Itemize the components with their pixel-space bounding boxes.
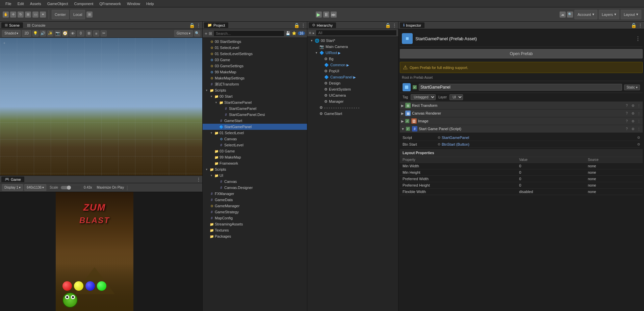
scale-slider[interactable] (61, 186, 81, 189)
hier-expand-icon[interactable]: ▼ (310, 39, 314, 42)
tree-expand-icon[interactable]: ▼ (209, 131, 213, 135)
canvas-renderer-header[interactable]: ▶ ▦ Canvas Renderer ? ⚙ ⋮ (400, 110, 643, 117)
project-item-MakeMapSettings[interactable]: ⚙ MakeMapSettings (203, 75, 307, 81)
tree-expand-icon[interactable]: ▼ (209, 94, 213, 98)
hier-item-9[interactable]: ⚙ UICamera (307, 92, 398, 98)
project-item-GameData[interactable]: # GameData (203, 197, 307, 203)
open-prefab-button[interactable]: Open Prefab (400, 49, 643, 58)
mode-2d-btn[interactable]: 2D (22, 30, 31, 37)
search-toolbar-icon[interactable]: 🔍 (567, 11, 573, 18)
scene-fx-icon[interactable]: ✨ (47, 30, 53, 37)
menu-edit[interactable]: Edit (15, 1, 27, 6)
hier-item-2[interactable]: ▼ 🔷 UIRoot▶ (307, 50, 398, 56)
scene-audio-icon[interactable]: 🔊 (40, 30, 46, 37)
script-settings-icon[interactable]: ⚙ (630, 126, 635, 131)
step-btn[interactable]: ⏭ (331, 11, 337, 18)
display-dropdown[interactable]: Display 1 ▾ (2, 184, 23, 191)
image-enabled-check[interactable]: ✓ (405, 119, 409, 123)
tag-select[interactable]: Untagged (411, 94, 436, 100)
project-item-StartGamePanelCS[interactable]: # StartGamePanel (203, 105, 307, 112)
scene-layers2-icon[interactable]: ≡ (93, 30, 99, 37)
project-item-TestTransform[interactable]: # 测试Transform (203, 81, 307, 87)
rect-more-icon[interactable]: ⋮ (637, 103, 641, 108)
scene-hide-icon[interactable]: 👁 (70, 30, 76, 37)
scene-del-icon[interactable]: ✂ (101, 30, 107, 37)
tab-game[interactable]: 🎮 Game (1, 176, 24, 182)
tree-expand-icon[interactable]: ▼ (214, 100, 218, 104)
scene-light-icon[interactable]: 💡 (32, 30, 38, 37)
project-item-StartGamePanel[interactable]: ▼📁 StartGamePanel (203, 99, 307, 105)
hier-more-icon[interactable]: ⋮ (392, 23, 397, 28)
tool-multi[interactable]: ✦ (40, 11, 46, 18)
project-item-01SelectLevel[interactable]: ⚙ 01 SelectLevel (203, 45, 307, 51)
project-item-00StartSettings[interactable]: ⚙ 00 StartSettings (203, 39, 307, 45)
project-item-UIFolder[interactable]: ▼📁 UI (203, 172, 307, 178)
hier-item-10[interactable]: ⚙ Manager (307, 98, 398, 104)
account-dropdown[interactable]: Account ▾ (574, 10, 597, 19)
hier-item-3[interactable]: ⚙ Bg (307, 56, 398, 62)
tab-scene[interactable]: ⊞ Scene (1, 22, 23, 28)
project-item-Packages[interactable]: 📁 Packages (203, 233, 307, 239)
insp-lock-icon[interactable]: 🔒 (631, 23, 637, 28)
project-item-Canvas[interactable]: ⚙ Canvas (203, 136, 307, 142)
scene-nav-icon[interactable]: 🧭 (62, 30, 68, 37)
project-search-input[interactable] (213, 30, 284, 37)
project-star-icon[interactable]: ⭐ (292, 31, 297, 35)
hier-item-5[interactable]: ⚙ PopUI (307, 68, 398, 74)
script-target-btn[interactable]: ⊙ (637, 136, 640, 139)
canvas-more-icon[interactable]: ⋮ (637, 111, 641, 116)
tab-inspector[interactable]: ℹ Inspector (400, 22, 424, 28)
tool-move[interactable]: ✛ (10, 11, 16, 18)
scene-viewport[interactable]: + (0, 38, 202, 175)
scene-more-icon[interactable]: ⋮ (196, 23, 201, 28)
script-header[interactable]: ▼ ✓ # Start Game Panel (Script) ? ⚙ ⋮ (400, 125, 643, 133)
hier-expand-icon[interactable]: ▼ (315, 51, 319, 54)
layout-dropdown[interactable]: Layout ▾ (621, 10, 641, 19)
image-header[interactable]: ▶ ✓ 🖼 Image ? ⚙ ⋮ (400, 117, 643, 125)
project-item-03GameSettings[interactable]: ⚙ 03 GameSettings (203, 63, 307, 69)
rect-transform-header[interactable]: ▶ ⊞ Rect Transform ? ⚙ ⋮ (400, 102, 643, 110)
scale-slider-thumb[interactable] (67, 186, 71, 190)
tool-scale[interactable]: ⊞ (25, 11, 31, 18)
layer-select[interactable]: UI (449, 94, 463, 100)
image-help-icon[interactable]: ? (624, 119, 629, 123)
script-enabled-check[interactable]: ✓ (406, 127, 410, 131)
project-item-Scripts[interactable]: ▼📁 Scripts (203, 87, 307, 93)
canvas-help-icon[interactable]: ? (624, 111, 629, 116)
project-item-Textures[interactable]: 📁 Textures (203, 227, 307, 233)
image-settings-icon[interactable]: ⚙ (630, 119, 635, 123)
hier-search-input[interactable] (316, 30, 397, 36)
project-save-icon[interactable]: 💾 (286, 31, 290, 35)
script-more-icon[interactable]: ⋮ (637, 126, 641, 131)
cloud-icon[interactable]: ☁ (560, 11, 566, 18)
hier-lock-icon[interactable]: 🔒 (385, 23, 391, 28)
tree-expand-icon[interactable]: ▼ (205, 167, 209, 171)
project-item-99MakeMapFolder[interactable]: 📁 99 MakeMap (203, 154, 307, 160)
project-item-FXManager[interactable]: # FXManager (203, 191, 307, 197)
hier-item-0[interactable]: ▼ 🌐 00 Start* (307, 38, 398, 44)
tab-project[interactable]: 📁 Project (204, 22, 228, 28)
menu-qframework[interactable]: QFramework (97, 1, 124, 6)
project-item-ScriptsUI[interactable]: ▼📁 Scripts (203, 166, 307, 172)
hier-item-1[interactable]: 📷 Main Camera (307, 44, 398, 50)
gizmos-dropdown[interactable]: Gizmos ▾ (174, 30, 193, 37)
rect-help-icon[interactable]: ? (624, 103, 629, 108)
image-more-icon[interactable]: ⋮ (637, 119, 641, 123)
grid-btn[interactable]: ⊞ (86, 11, 93, 18)
enabled-checkbox[interactable]: ✓ (413, 85, 417, 89)
project-item-01SelectLevelSettings[interactable]: ⚙ 01 SelectLevelSettings (203, 51, 307, 57)
active-check[interactable]: ✓ (413, 85, 417, 89)
project-item-SelectLevel[interactable]: # SelectLevel (203, 142, 307, 148)
script-help-icon[interactable]: ? (624, 126, 629, 131)
hier-item-12[interactable]: ⚙ GameStart (307, 111, 398, 117)
project-item-03Game[interactable]: ⚙ 03 Game (203, 57, 307, 63)
pivot-local-btn[interactable]: Local (70, 10, 85, 19)
project-item-GameStart[interactable]: # GameStart (203, 118, 307, 124)
menu-gameobject[interactable]: GameObject (45, 1, 71, 6)
hier-item-8[interactable]: ⚙ EventSystem (307, 86, 398, 92)
scene-num-icon[interactable]: 0 (77, 30, 84, 37)
hier-add-btn[interactable]: + (309, 30, 311, 35)
scene-grid2-icon[interactable]: ⊞ (86, 30, 92, 37)
hier-item-4[interactable]: 🔷 Common▶ (307, 62, 398, 68)
canvas-settings-icon[interactable]: ⚙ (630, 111, 635, 116)
